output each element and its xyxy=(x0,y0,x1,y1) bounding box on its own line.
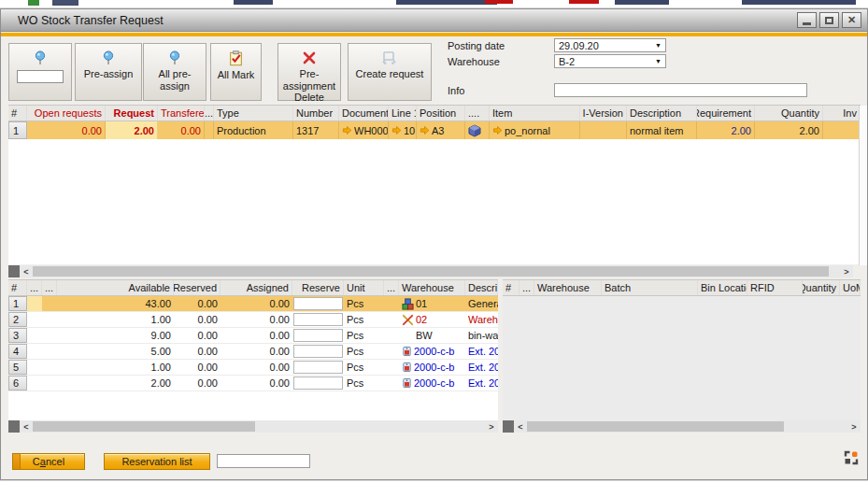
line-cell[interactable]: 10 xyxy=(389,121,417,139)
col-number: # xyxy=(8,106,27,121)
col-i-version: I-Version xyxy=(580,106,627,121)
splitter-handle[interactable] xyxy=(8,420,20,433)
posting-date-dropdown[interactable]: 29.09.20 ▼ xyxy=(554,38,666,52)
reserve-input[interactable] xyxy=(293,313,343,326)
detail-row[interactable]: 6 2.00 0.00 0.00 Pcs 2000-c-b Ext. 2000- xyxy=(8,376,498,391)
scroll-left-icon[interactable]: < xyxy=(20,267,33,277)
reserve-input[interactable] xyxy=(293,329,343,342)
minimize-button[interactable] xyxy=(797,12,817,28)
scroll-thumb[interactable] xyxy=(33,421,255,432)
pushpin-icon xyxy=(33,50,48,65)
detail-row[interactable]: 1 43.00 0.00 0.00 Pcs 01 General W xyxy=(8,296,498,312)
button-label: Create request xyxy=(356,68,424,80)
detail-right-horizontal-scrollbar[interactable]: < > xyxy=(503,420,861,433)
row-number-cell[interactable]: 3 xyxy=(8,328,27,343)
splitter-handle[interactable] xyxy=(503,420,514,433)
detail-row[interactable]: 4 5.00 0.00 0.00 Pcs 2000-c-b Ext. 2000- xyxy=(8,344,498,360)
row-number-cell[interactable]: 1 xyxy=(8,121,27,139)
resize-grip-icon[interactable] xyxy=(844,450,859,465)
title-bar[interactable]: WO Stock Transfer Request ✕ xyxy=(1,9,867,32)
info-input[interactable] xyxy=(554,83,807,97)
cancel-button[interactable]: Cancel xyxy=(12,453,85,470)
assigned-cell: 0.00 xyxy=(221,344,292,359)
scroll-left-icon[interactable]: < xyxy=(514,422,527,432)
row-number-cell[interactable]: 6 xyxy=(8,376,27,391)
reserve-input[interactable] xyxy=(293,376,343,390)
detail-left-header[interactable]: # ... ... Available Reserved Assigned Re… xyxy=(8,279,498,296)
crossed-tools-icon xyxy=(402,314,414,326)
pushpin-icon xyxy=(167,50,182,65)
description-cell: bin-wareh xyxy=(465,328,498,343)
warehouse-dropdown[interactable]: B-2 ▼ xyxy=(554,54,666,68)
col-bin-location: Bin Location xyxy=(698,280,747,295)
close-button[interactable]: ✕ xyxy=(842,12,861,28)
request-cell[interactable]: 2.00 xyxy=(106,121,158,139)
reserved-cell: 0.00 xyxy=(174,360,221,375)
link-arrow-icon[interactable] xyxy=(342,125,352,135)
warehouse-label: Warehouse xyxy=(448,56,500,67)
description-cell: normal item xyxy=(627,121,697,139)
detail-right-header[interactable]: # ... Warehouse Batch Bin Location RFID … xyxy=(503,279,861,296)
col-document: Document xyxy=(339,106,389,121)
delete-x-icon xyxy=(302,50,317,65)
position-cell[interactable]: A3 xyxy=(417,121,465,139)
reservation-list-button[interactable]: Reservation list xyxy=(104,453,210,470)
col-batch: Batch xyxy=(602,280,698,295)
reserve-input[interactable] xyxy=(293,297,343,310)
unit-cell: Pcs xyxy=(344,296,384,311)
col-dots: ... xyxy=(519,280,534,295)
reserve-input[interactable] xyxy=(293,361,343,374)
scroll-thumb[interactable] xyxy=(527,421,784,432)
reserve-input[interactable] xyxy=(293,345,343,358)
footer-input[interactable] xyxy=(217,454,310,468)
col-type: Type xyxy=(214,106,293,121)
reservation-detail-table: # ... ... Available Reserved Assigned Re… xyxy=(8,279,498,425)
col-warehouse: Warehouse xyxy=(534,280,602,295)
warehouse-building-icon xyxy=(402,298,414,310)
link-arrow-icon[interactable] xyxy=(492,125,503,135)
link-arrow-icon[interactable] xyxy=(420,125,430,135)
maximize-button[interactable] xyxy=(819,12,839,28)
detail-row[interactable]: 5 1.00 0.00 0.00 Pcs 2000-c-b Ext. 2000- xyxy=(8,360,498,376)
link-arrow-icon[interactable] xyxy=(391,125,402,135)
splitter-handle[interactable] xyxy=(8,265,20,277)
main-table-row[interactable]: 1 0.00 2.00 0.00 Production 1317 WH000 1… xyxy=(8,121,861,139)
pre-assign-qty-button[interactable] xyxy=(8,43,72,101)
document-cell[interactable]: WH000 xyxy=(339,121,389,139)
pre-assign-button[interactable]: Pre-assign xyxy=(75,43,142,101)
scroll-thumb[interactable] xyxy=(33,266,829,277)
row-number-cell[interactable]: 4 xyxy=(8,344,27,359)
main-horizontal-scrollbar[interactable]: < > xyxy=(8,265,853,277)
button-label: All pre-assign xyxy=(144,68,206,92)
all-pre-assign-button[interactable]: All pre-assign xyxy=(143,43,206,101)
item-cell[interactable]: po_nornal xyxy=(490,121,580,139)
warehouse-value: B-2 xyxy=(559,56,655,67)
all-mark-button[interactable]: All Mark xyxy=(210,43,262,101)
row-number-cell[interactable]: 2 xyxy=(8,312,27,327)
row-number-cell[interactable]: 5 xyxy=(8,360,27,375)
toolbar-quantity-input[interactable] xyxy=(17,70,64,83)
reserved-cell: 0.00 xyxy=(174,312,221,327)
indicator-cell xyxy=(27,376,42,391)
assigned-cell: 0.00 xyxy=(221,296,292,311)
pre-assignment-delete-button[interactable]: Pre-assignment Delete xyxy=(277,43,341,101)
main-vertical-scroll-area[interactable] xyxy=(859,106,867,265)
unit-cell: Pcs xyxy=(344,312,384,327)
scroll-right-icon[interactable]: > xyxy=(847,422,861,432)
row-number-cell[interactable]: 1 xyxy=(8,296,27,311)
create-request-button[interactable]: Create request xyxy=(348,43,432,101)
reserved-cell: 0.00 xyxy=(174,296,221,311)
available-cell: 1.00 xyxy=(57,360,174,375)
detail-row[interactable]: 3 9.00 0.00 0.00 Pcs BW bin-wareh xyxy=(8,328,498,344)
col-open-requests: Open requests xyxy=(27,106,106,121)
create-request-cart-icon xyxy=(381,50,398,65)
detail-row[interactable]: 2 1.00 0.00 0.00 Pcs 02 Warehouse xyxy=(8,312,498,328)
main-table-header[interactable]: # Open requests Request Transfered ... T… xyxy=(8,105,861,121)
scroll-right-icon[interactable]: > xyxy=(840,267,853,277)
indicator-cell xyxy=(384,360,399,375)
scroll-right-icon[interactable]: > xyxy=(485,422,498,432)
indicator-cell xyxy=(42,312,57,327)
scroll-left-icon[interactable]: < xyxy=(20,422,33,432)
detail-left-horizontal-scrollbar[interactable]: < > xyxy=(8,420,498,433)
item-cube-icon xyxy=(468,124,481,137)
